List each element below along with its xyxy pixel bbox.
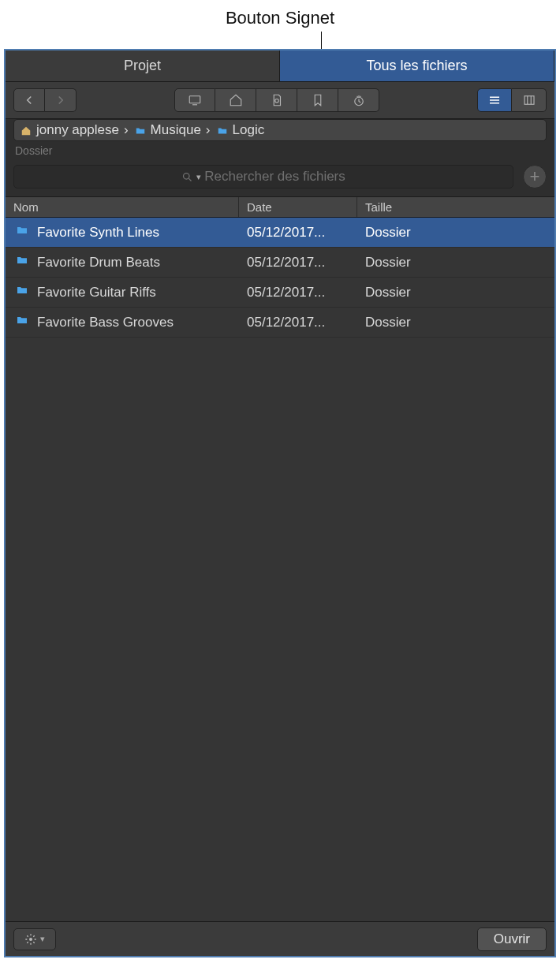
- folder-icon: [133, 125, 147, 136]
- tab-project[interactable]: Projet: [6, 50, 280, 81]
- crumb-label: Musique: [151, 122, 201, 138]
- chevron-left-icon: [22, 93, 36, 107]
- list-icon: [487, 93, 502, 107]
- view-group: [477, 88, 547, 112]
- toolbar: [6, 82, 554, 119]
- svg-point-5: [184, 173, 190, 179]
- project-folder-button[interactable]: [256, 88, 297, 112]
- row-size: Dossier: [357, 225, 554, 241]
- callout-label: Bouton Signet: [0, 0, 560, 49]
- folder-icon: [13, 254, 31, 271]
- svg-point-2: [274, 99, 278, 103]
- back-button[interactable]: [13, 88, 45, 112]
- column-size[interactable]: Taille: [357, 197, 554, 217]
- breadcrumb[interactable]: jonny applese › Musique › Logic: [13, 119, 547, 141]
- action-menu-button[interactable]: ▾: [13, 928, 56, 950]
- table-header: Nom Date Taille: [6, 197, 554, 218]
- forward-button[interactable]: [45, 88, 77, 112]
- row-size: Dossier: [357, 255, 554, 271]
- crumb-label: Logic: [233, 122, 265, 138]
- svg-rect-0: [189, 96, 200, 103]
- home-icon: [229, 93, 243, 107]
- svg-point-6: [29, 938, 32, 941]
- plus-icon: +: [530, 166, 540, 187]
- nav-group: [13, 88, 77, 112]
- gear-icon: [24, 933, 37, 946]
- row-date: 05/12/2017...: [239, 315, 357, 330]
- bookmark-button[interactable]: [297, 88, 338, 112]
- home-button[interactable]: [215, 88, 256, 112]
- document-icon: [270, 93, 284, 107]
- row-name: Favorite Drum Beats: [37, 255, 160, 271]
- folder-icon: [13, 224, 31, 241]
- table-body: Favorite Synth Lines 05/12/2017... Dossi…: [6, 218, 554, 921]
- footer: ▾ Ouvrir: [6, 921, 554, 956]
- row-date: 05/12/2017...: [239, 285, 357, 300]
- file-browser-window: Projet Tous les fichiers: [4, 49, 556, 957]
- table-row[interactable]: Favorite Drum Beats 05/12/2017... Dossie…: [6, 248, 554, 278]
- row-name: Favorite Synth Lines: [37, 225, 159, 241]
- search-row: ▾ Rechercher des fichiers +: [6, 162, 554, 197]
- row-date: 05/12/2017...: [239, 225, 357, 241]
- chevron-right-icon: [54, 93, 68, 107]
- crumb-logic[interactable]: Logic: [215, 122, 265, 138]
- svg-rect-4: [525, 96, 534, 105]
- columns-icon: [522, 93, 536, 107]
- list-view-button[interactable]: [477, 88, 512, 112]
- column-name[interactable]: Nom: [6, 197, 239, 217]
- table-row[interactable]: Favorite Bass Grooves 05/12/2017... Doss…: [6, 308, 554, 338]
- crumb-label: jonny applese: [36, 122, 119, 138]
- table-row[interactable]: Favorite Guitar Riffs 05/12/2017... Doss…: [6, 278, 554, 308]
- column-view-button[interactable]: [512, 88, 547, 112]
- search-input[interactable]: ▾ Rechercher des fichiers: [13, 165, 513, 188]
- clock-icon: [352, 93, 366, 107]
- search-icon: [181, 171, 193, 183]
- location-group: [174, 88, 379, 112]
- folder-icon: [215, 125, 230, 136]
- chevron-down-icon: ▾: [196, 172, 201, 182]
- home-icon: [19, 125, 33, 136]
- crumb-home[interactable]: jonny applese: [19, 122, 119, 138]
- svg-rect-1: [192, 104, 197, 105]
- row-size: Dossier: [357, 315, 554, 330]
- row-size: Dossier: [357, 285, 554, 300]
- tabs: Projet Tous les fichiers: [6, 50, 554, 82]
- bookmark-icon: [311, 93, 325, 107]
- recent-button[interactable]: [338, 88, 379, 112]
- add-button[interactable]: +: [523, 165, 547, 188]
- folder-icon: [13, 314, 31, 330]
- chevron-right-icon: ›: [206, 122, 211, 138]
- crumb-music[interactable]: Musique: [133, 122, 201, 138]
- callout-text: Bouton Signet: [226, 8, 334, 28]
- folder-icon: [13, 284, 31, 300]
- row-name: Favorite Guitar Riffs: [37, 285, 156, 300]
- row-date: 05/12/2017...: [239, 255, 357, 271]
- column-date[interactable]: Date: [239, 197, 357, 217]
- row-name: Favorite Bass Grooves: [37, 315, 174, 330]
- path-type-label: Dossier: [13, 144, 547, 157]
- tab-all-files[interactable]: Tous les fichiers: [280, 50, 554, 81]
- search-placeholder: Rechercher des fichiers: [204, 169, 345, 185]
- chevron-down-icon: ▾: [40, 934, 45, 944]
- computer-icon: [188, 93, 202, 107]
- open-button[interactable]: Ouvrir: [477, 928, 547, 951]
- table-row[interactable]: Favorite Synth Lines 05/12/2017... Dossi…: [6, 218, 554, 248]
- chevron-right-icon: ›: [124, 122, 129, 138]
- computer-button[interactable]: [174, 88, 215, 112]
